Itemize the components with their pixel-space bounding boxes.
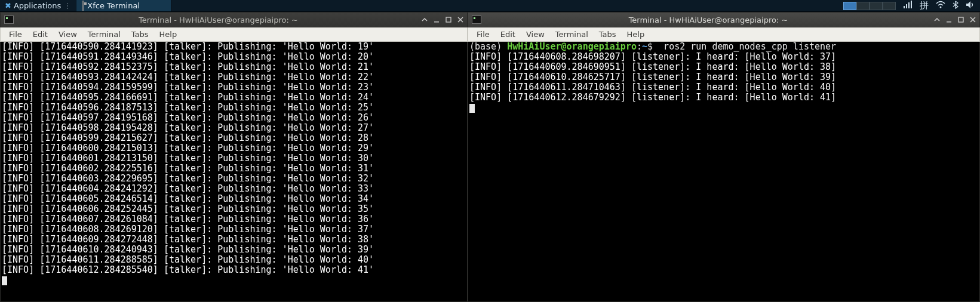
prompt-env: (base)	[469, 42, 507, 52]
log-line: [INFO] [1716440609.284690951] [listener]…	[469, 62, 978, 72]
prompt-command: ros2 run demo_nodes_cpp listener	[653, 42, 836, 52]
divider-icon: ⋮	[63, 1, 71, 10]
prompt-dollar: $	[647, 42, 653, 52]
log-line: [INFO] [1716440612.284285540] [talker]: …	[2, 265, 466, 275]
terminal-output-listener[interactable]: (base) HwHiAiUser@orangepiaipro:~$ ros2 …	[468, 42, 980, 302]
log-line: [INFO] [1716440593.284142424] [talker]: …	[2, 72, 466, 82]
log-line: [INFO] [1716440605.284246514] [talker]: …	[2, 194, 466, 204]
log-line: [INFO] [1716440591.284149346] [talker]: …	[2, 52, 466, 62]
volume-icon[interactable]	[966, 1, 975, 11]
terminal-window-talker: Terminal - HwHiAiUser@orangepiaipro: ~ F…	[0, 12, 468, 302]
titlebar-right[interactable]: Terminal - HwHiAiUser@orangepiaipro: ~	[468, 12, 980, 27]
log-line: [INFO] [1716440608.284269120] [talker]: …	[2, 224, 466, 235]
log-line: [INFO] [1716440592.284152375] [talker]: …	[2, 62, 466, 72]
log-line: [INFO] [1716440610.284240943] [talker]: …	[2, 245, 466, 255]
input-method-icon[interactable]: 拼	[920, 0, 929, 11]
titlebar-left[interactable]: Terminal - HwHiAiUser@orangepiaipro: ~	[0, 12, 468, 27]
workspace-1[interactable]	[843, 2, 856, 10]
workspace: Terminal - HwHiAiUser@orangepiaipro: ~ F…	[0, 12, 980, 302]
terminal-window-listener: Terminal - HwHiAiUser@orangepiaipro: ~ F…	[468, 12, 980, 302]
window-title-left: Terminal - HwHiAiUser@orangepiaipro: ~	[17, 16, 419, 24]
svg-rect-8	[959, 17, 963, 22]
log-line: [INFO] [1716440597.284195168] [talker]: …	[2, 113, 466, 123]
applications-label: Applications	[14, 1, 61, 10]
minimize-button[interactable]	[944, 14, 954, 25]
maximize-button[interactable]	[956, 14, 966, 25]
workspace-2[interactable]	[856, 2, 870, 10]
prompt-path: ~	[642, 42, 647, 52]
prompt-user-host: HwHiAiUser@orangepiaipro	[507, 42, 637, 52]
log-line: [INFO] [1716440594.284159599] [talker]: …	[2, 82, 466, 93]
terminal-output-talker[interactable]: [INFO] [1716440590.284141923] [talker]: …	[0, 42, 468, 302]
menu-tabs[interactable]: Tabs	[127, 29, 153, 40]
menu-terminal[interactable]: Terminal	[83, 29, 125, 40]
terminal-icon	[4, 16, 14, 24]
log-line: [INFO] [1716440602.284225516] [talker]: …	[2, 164, 466, 174]
menu-file[interactable]: File	[4, 29, 27, 40]
log-line: [INFO] [1716440596.284187513] [talker]: …	[2, 103, 466, 113]
applications-menu[interactable]: ✖ Applications ⋮	[0, 0, 76, 11]
menubar-left: File Edit View Terminal Tabs Help	[0, 27, 468, 42]
prompt-colon: :	[637, 42, 642, 52]
log-line: [INFO] [1716440607.284261084] [talker]: …	[2, 214, 466, 224]
terminal-icon	[472, 16, 481, 24]
log-line: [INFO] [1716440595.284166691] [talker]: …	[2, 93, 466, 103]
cursor	[2, 276, 7, 285]
menu-tabs[interactable]: Tabs	[594, 29, 621, 40]
xfce-logo-icon: ✖	[5, 1, 11, 10]
window-title-right: Terminal - HwHiAiUser@orangepiaipro: ~	[485, 16, 932, 24]
log-line: [INFO] [1716440603.284229695] [talker]: …	[2, 174, 466, 184]
svg-rect-1	[906, 4, 907, 8]
log-line: [INFO] [1716440611.284288585] [talker]: …	[2, 255, 466, 265]
log-line: [INFO] [1716440598.284195428] [talker]: …	[2, 123, 466, 133]
prompt-line: (base) HwHiAiUser@orangepiaipro:~$ ros2 …	[469, 42, 978, 52]
svg-rect-3	[911, 1, 912, 8]
maximize-button[interactable]	[443, 14, 454, 25]
taskbar-right: 拼	[843, 0, 980, 11]
svg-point-4	[940, 7, 942, 8]
task-label: Xfce Terminal	[87, 1, 140, 10]
window-icon-left[interactable]	[1, 16, 17, 24]
svg-rect-7	[947, 21, 951, 23]
workspace-3[interactable]	[870, 2, 883, 10]
close-button[interactable]	[455, 14, 466, 25]
log-line: [INFO] [1716440610.284625717] [listener]…	[469, 72, 978, 82]
shade-button[interactable]	[419, 14, 430, 25]
log-line: [INFO] [1716440590.284141923] [talker]: …	[2, 42, 466, 52]
workspace-4[interactable]	[883, 2, 896, 10]
menubar-right: File Edit View Terminal Tabs Help	[468, 27, 980, 42]
taskbar-left: ✖ Applications ⋮ Xfce Terminal	[0, 0, 171, 11]
shade-button[interactable]	[932, 14, 942, 25]
menu-terminal[interactable]: Terminal	[551, 29, 593, 40]
terminal-app-icon	[82, 1, 84, 10]
task-button-xfce-terminal[interactable]: Xfce Terminal	[76, 0, 171, 11]
svg-rect-5	[434, 21, 439, 23]
window-icon-right[interactable]	[468, 16, 485, 24]
log-line: [INFO] [1716440612.284679292] [listener]…	[469, 93, 978, 103]
menu-view[interactable]: View	[54, 29, 82, 40]
cursor	[469, 104, 475, 113]
menu-edit[interactable]: Edit	[496, 29, 520, 40]
taskbar: ✖ Applications ⋮ Xfce Terminal 拼	[0, 0, 980, 12]
workspace-pager[interactable]	[843, 2, 896, 10]
menu-help[interactable]: Help	[622, 29, 650, 40]
log-line: [INFO] [1716440609.284272448] [talker]: …	[2, 235, 466, 245]
svg-rect-2	[908, 2, 910, 8]
wifi-icon[interactable]	[936, 1, 945, 11]
bluetooth-icon[interactable]	[953, 1, 959, 11]
menu-edit[interactable]: Edit	[28, 29, 53, 40]
log-line: [INFO] [1716440599.284215627] [talker]: …	[2, 133, 466, 143]
log-line: [INFO] [1716440611.284710463] [listener]…	[469, 82, 978, 93]
menu-view[interactable]: View	[521, 29, 549, 40]
minimize-button[interactable]	[431, 14, 442, 25]
network-icon[interactable]	[903, 1, 913, 11]
log-line: [INFO] [1716440608.284698207] [listener]…	[469, 52, 978, 62]
log-line: [INFO] [1716440606.284252445] [talker]: …	[2, 204, 466, 214]
menu-help[interactable]: Help	[155, 29, 182, 40]
svg-rect-0	[904, 6, 905, 8]
log-line: [INFO] [1716440600.284215013] [talker]: …	[2, 143, 466, 153]
log-line: [INFO] [1716440604.284241292] [talker]: …	[2, 184, 466, 194]
menu-file[interactable]: File	[472, 29, 494, 40]
close-button[interactable]	[967, 14, 978, 25]
svg-rect-6	[446, 17, 451, 22]
